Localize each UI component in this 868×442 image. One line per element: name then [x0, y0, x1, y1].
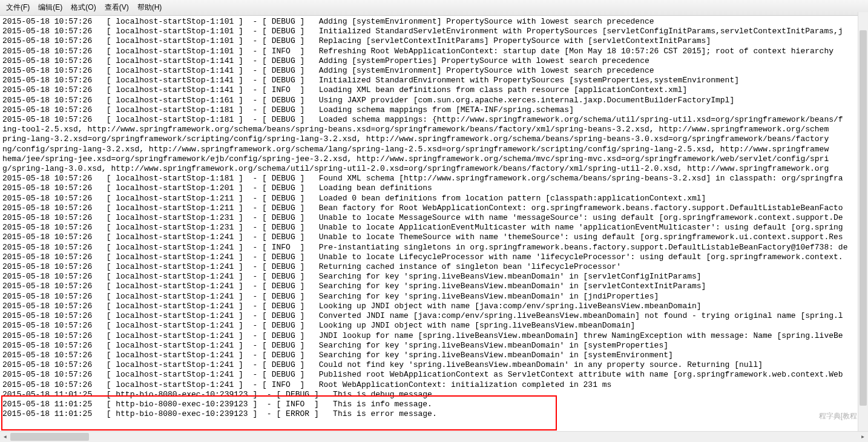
- menu-edit[interactable]: 编辑(E): [35, 1, 66, 14]
- horizontal-scroll-track[interactable]: [10, 433, 858, 441]
- vertical-scrollbar[interactable]: [858, 12, 868, 431]
- log-text[interactable]: 2015-05-18 10:57:26 [ localhost-startSto…: [0, 16, 868, 420]
- editor-viewport: 2015-05-18 10:57:26 [ localhost-startSto…: [0, 16, 868, 435]
- horizontal-scroll-thumb[interactable]: [10, 433, 89, 441]
- menu-bar: 文件(F) 编辑(E) 格式(O) 查看(V) 帮助(H): [0, 0, 868, 16]
- scroll-right-icon[interactable]: ►: [858, 432, 868, 442]
- menu-help[interactable]: 帮助(H): [134, 1, 166, 14]
- menu-file[interactable]: 文件(F): [2, 1, 33, 14]
- scroll-left-icon[interactable]: ◄: [0, 432, 10, 442]
- menu-format[interactable]: 格式(O): [67, 1, 99, 14]
- menu-view[interactable]: 查看(V): [101, 1, 133, 14]
- horizontal-scrollbar[interactable]: ◄ ►: [0, 431, 868, 442]
- vertical-scroll-thumb[interactable]: [860, 30, 867, 406]
